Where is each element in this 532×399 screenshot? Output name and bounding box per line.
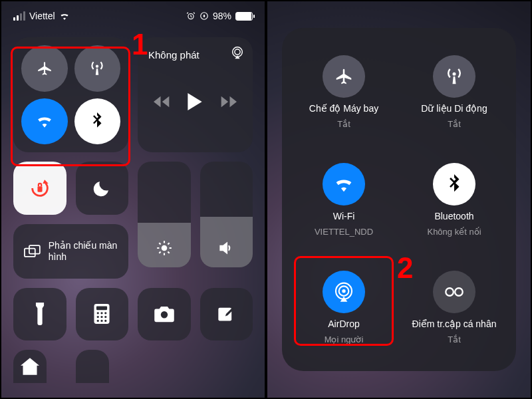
bluetooth-status: Không kết nối [427,227,481,237]
orientation-lock-tile[interactable] [13,162,66,215]
sun-icon [156,239,173,257]
cellular-antenna-icon [444,66,464,86]
orientation-lock-icon [29,177,51,200]
wifi-status: VIETTEL_NDD [315,227,373,237]
bluetooth-icon [448,174,460,194]
camera-icon [154,305,175,323]
bluetooth-icon [92,112,102,130]
connectivity-expanded-panel: Chế độ Máy bay Tắt Dữ liệu Di động Tắt W… [282,28,516,371]
svg-point-14 [101,316,103,318]
svg-point-2 [233,47,243,57]
notes-tile[interactable] [200,288,253,341]
airplane-status: Tắt [337,119,350,129]
hotspot-label: Điểm tr.cập cá nhân [412,319,497,329]
calculator-tile[interactable] [76,288,129,341]
hotspot-icon [444,285,464,299]
svg-point-3 [235,49,240,55]
wifi-item[interactable]: Wi-Fi VIETTEL_NDD [289,148,399,251]
hotspot-status: Tắt [448,334,461,344]
screen-mirror-label: Phản chiếu màn hình [49,240,118,263]
airdrop-label: AirDrop [328,319,359,329]
battery-icon [235,12,253,21]
camera-tile[interactable] [138,288,191,341]
svg-point-13 [97,316,99,318]
airplane-mode-toggle[interactable] [21,45,68,92]
svg-point-16 [97,320,99,322]
airdrop-status: Mọi người [325,334,364,344]
screen-mirroring-tile[interactable]: Phản chiếu màn hình [13,224,128,279]
svg-point-5 [161,245,167,251]
status-bar: Viettel 98% [1,1,265,31]
volume-slider[interactable] [200,162,253,267]
airplane-icon [334,66,354,86]
wifi-toggle[interactable] [21,98,68,145]
airplane-icon [36,60,53,77]
signal-icon [13,11,25,21]
home-tile[interactable] [13,350,47,383]
bluetooth-toggle[interactable] [74,98,121,145]
wifi-label: Wi-Fi [333,211,355,221]
control-center-screenshot-2: 2 Chế độ Máy bay Tắt Dữ liệu Di động Tắt… [266,0,532,399]
airplane-mode-item[interactable]: Chế độ Máy bay Tắt [289,40,399,144]
calculator-icon [94,304,110,324]
cellular-data-item[interactable]: Dữ liệu Di động Tắt [399,40,509,144]
airdrop-item[interactable]: AirDrop Mọi người [289,255,399,359]
cellular-antenna-icon [88,60,106,77]
flashlight-icon [34,303,46,325]
svg-rect-6 [25,248,35,256]
forward-icon[interactable] [218,95,237,108]
media-tile[interactable]: Không phát [138,37,253,152]
svg-point-10 [97,312,99,314]
orientation-lock-icon [200,11,209,21]
control-center-screenshot-1: 1 Viettel 98% [0,0,266,399]
airplay-icon[interactable] [230,45,245,60]
battery-pct: 98% [213,11,231,21]
play-icon[interactable] [188,93,202,110]
screen-mirror-icon [24,243,41,260]
svg-rect-9 [96,307,107,311]
bluetooth-label: Bluetooth [434,211,473,221]
svg-point-15 [104,316,106,318]
airdrop-icon [333,281,354,303]
svg-point-18 [104,320,106,322]
bluetooth-item[interactable]: Bluetooth Không kết nối [399,148,509,251]
moon-icon [92,178,112,198]
compose-icon [217,305,235,323]
svg-point-19 [161,311,168,318]
wifi-icon [36,114,53,128]
alarm-icon [186,11,196,21]
home-icon [21,358,39,375]
extra-tile-2[interactable] [76,350,109,383]
airplane-label: Chế độ Máy bay [309,103,378,114]
carrier-label: Viettel [29,11,55,21]
svg-point-11 [101,312,103,314]
flashlight-tile[interactable] [13,288,66,341]
cellular-label: Dữ liệu Di động [421,103,487,114]
wifi-icon [334,176,354,192]
speaker-icon [217,239,235,257]
rewind-icon[interactable] [154,95,172,108]
connectivity-tile[interactable] [13,37,128,152]
svg-rect-4 [37,186,42,192]
svg-point-24 [446,288,454,296]
cellular-data-toggle[interactable] [74,45,121,92]
svg-point-23 [342,289,345,293]
svg-point-17 [101,320,103,322]
svg-rect-20 [219,308,232,321]
hotspot-item[interactable]: Điểm tr.cập cá nhân Tắt [399,255,509,359]
brightness-slider[interactable] [138,162,191,267]
do-not-disturb-tile[interactable] [76,162,129,215]
cellular-status: Tắt [448,119,461,129]
svg-point-25 [455,288,463,296]
svg-point-12 [104,312,106,314]
wifi-icon [59,12,70,20]
